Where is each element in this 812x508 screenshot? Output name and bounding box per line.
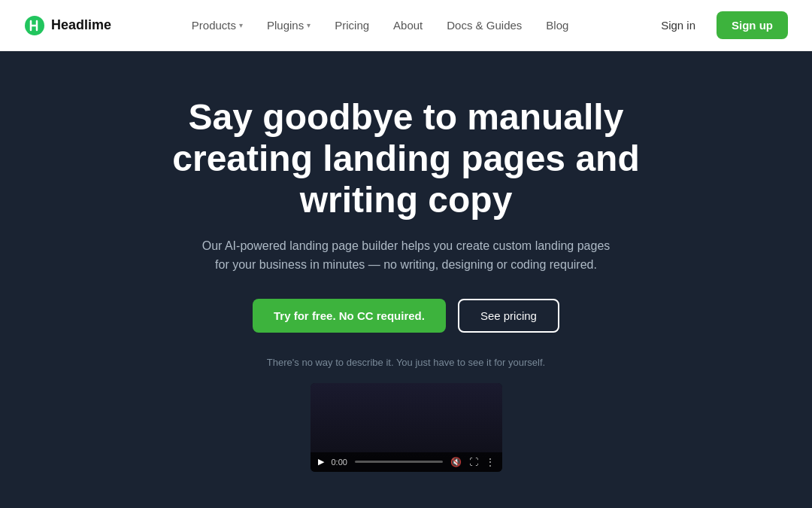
hero-cta-group: Try for free. No CC required. See pricin… — [30, 299, 782, 333]
nav-menu: Products ▾ Plugins ▾ Pricing About Docs … — [181, 13, 580, 38]
try-free-button[interactable]: Try for free. No CC required. — [253, 299, 446, 333]
hero-subtitle: Our AI-powered landing page builder help… — [195, 236, 617, 275]
signup-button[interactable]: Sign up — [717, 11, 788, 39]
chevron-down-icon: ▾ — [307, 21, 311, 29]
brand-name: Headlime — [51, 17, 111, 33]
nav-item-about[interactable]: About — [383, 13, 433, 38]
see-pricing-button[interactable]: See pricing — [458, 299, 559, 333]
nav-item-blog[interactable]: Blog — [535, 13, 579, 38]
hero-section: Say goodbye to manually creating landing… — [0, 51, 812, 508]
mute-icon[interactable]: 🔇 — [450, 457, 462, 467]
video-progress-bar[interactable] — [355, 461, 443, 463]
navbar-actions: Sign in Sign up — [649, 11, 788, 39]
video-timestamp: 0:00 — [332, 458, 347, 467]
hero-tagline: There's no way to describe it. You just … — [30, 357, 782, 368]
nav-item-products[interactable]: Products ▾ — [181, 13, 253, 38]
nav-item-plugins[interactable]: Plugins ▾ — [256, 13, 321, 38]
signin-button[interactable]: Sign in — [649, 13, 707, 38]
fullscreen-icon[interactable]: ⛶ — [469, 457, 478, 467]
video-controls: ▶ 0:00 🔇 ⛶ ⋮ — [311, 452, 502, 472]
video-play-icon[interactable]: ▶ — [318, 457, 324, 467]
brand-logo[interactable]: Headlime — [24, 15, 111, 36]
nav-item-docs[interactable]: Docs & Guides — [436, 13, 532, 38]
navbar: Headlime Products ▾ Plugins ▾ Pricing Ab… — [0, 0, 812, 51]
video-player[interactable]: ▶ 0:00 🔇 ⛶ ⋮ — [311, 383, 502, 472]
hero-title: Say goodbye to manually creating landing… — [143, 96, 669, 221]
chevron-down-icon: ▾ — [239, 21, 243, 29]
nav-item-pricing[interactable]: Pricing — [324, 13, 380, 38]
more-options-icon[interactable]: ⋮ — [486, 457, 495, 467]
headlime-logo-icon — [24, 15, 45, 36]
